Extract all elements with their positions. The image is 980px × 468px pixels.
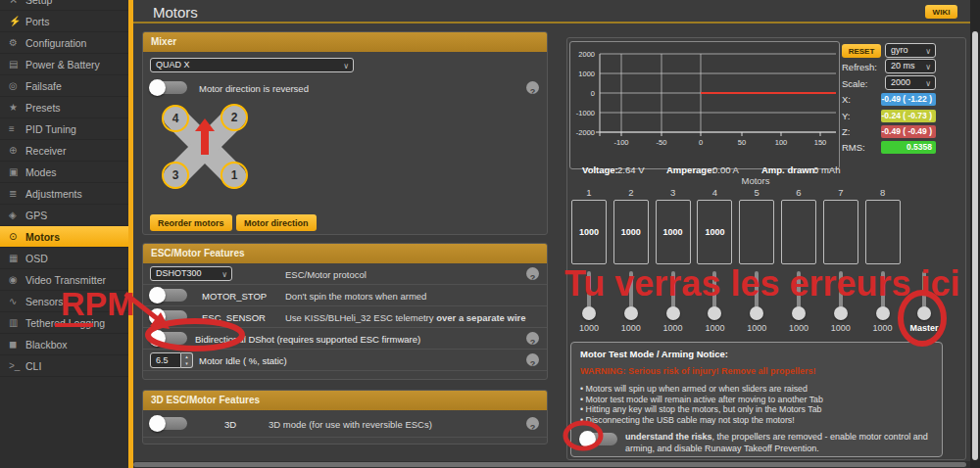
motor-number: 3 — [653, 187, 694, 198]
sidebar-item-pid-tuning[interactable]: ≡PID Tuning — [0, 118, 128, 140]
mixer-type-select[interactable]: QUAD X ∨ — [150, 58, 354, 72]
sidebar-item-setup[interactable]: ⚒Setup — [0, 0, 128, 11]
sensors-icon: ∿ — [9, 296, 25, 306]
risk-bold-text: understand the risks — [625, 432, 712, 442]
esc-panel-header: ESC/Motor Features — [143, 244, 547, 263]
help-icon[interactable] — [526, 267, 539, 280]
sidebar-item-failsafe[interactable]: ◎Failsafe — [0, 75, 128, 97]
sidebar-item-label: Configuration — [25, 37, 86, 49]
sidebar-item-label: GPS — [25, 210, 47, 221]
motor-slider-value: 1000 — [653, 323, 694, 333]
x-axis-badge: -0.49 ( -1.22 ) — [881, 93, 936, 106]
page-title: Motors — [153, 4, 198, 21]
sidebar-item-presets[interactable]: ★Presets — [0, 97, 128, 118]
amp-drawn-value: 0 mAh — [813, 164, 840, 175]
esc-sensor-toggle[interactable] — [150, 310, 187, 323]
motor-number: 5 — [736, 187, 777, 198]
reset-button[interactable]: RESET — [842, 44, 881, 58]
risk-acknowledge-row: understand the risks, the propellers are… — [580, 432, 933, 454]
refresh-select[interactable]: 20 ms∨ — [885, 59, 936, 73]
motor-direction-reversed-label: Motor direction is reversed — [199, 83, 309, 94]
esc-motor-features-panel: ESC/Motor Features DSHOT300 ∨ ESC/Motor … — [142, 243, 548, 380]
esc-sensor-name: ESC_SENSOR — [202, 312, 266, 323]
sidebar-item-label: Power & Battery — [25, 59, 100, 70]
sidebar-item-receiver[interactable]: ⊕Receiver — [0, 140, 128, 162]
graph-source-select[interactable]: gyro∨ — [885, 43, 936, 58]
motor-slider-knob[interactable] — [666, 306, 680, 320]
refresh-value: 20 ms — [891, 61, 915, 70]
motor-slider-knob[interactable] — [876, 306, 890, 320]
wiki-button[interactable]: WIKI — [925, 5, 957, 19]
stepper-arrows-icon[interactable]: ▴▾ — [181, 352, 193, 368]
motor-output-value: 1000 — [694, 200, 735, 264]
motor-position-2: 2 — [220, 104, 248, 131]
help-icon[interactable] — [526, 417, 539, 430]
modes-icon: ▣ — [9, 166, 25, 177]
bidirectional-dshot-toggle[interactable] — [150, 332, 187, 345]
scale-select[interactable]: 2000∨ — [885, 75, 936, 90]
sidebar-item-configuration[interactable]: ⚙Configuration — [0, 32, 128, 54]
bidirectional-dshot-label: Bidirectional DShot (requires supported … — [195, 334, 420, 345]
motor-slider-knob[interactable] — [834, 306, 848, 320]
motor-output-value: 1000 — [568, 200, 610, 264]
graph-source-value: gyro — [891, 45, 908, 55]
motor-slider-knob[interactable] — [792, 306, 806, 320]
vertical-scrollbar-thumb[interactable] — [972, 31, 978, 460]
help-icon[interactable] — [526, 332, 539, 345]
3d-mode-toggle[interactable] — [150, 417, 187, 430]
sidebar-item-video-transmitter[interactable]: ◉Video Transmitter — [0, 269, 128, 291]
motor-slider-knob[interactable] — [708, 306, 721, 320]
motor-idle-row: 6.5 ▴▾ Motor Idle ( %, static) — [143, 350, 547, 371]
horizontal-scrollbar-thumb[interactable] — [133, 462, 966, 467]
sidebar-item-sensors[interactable]: ∿Sensors — [0, 291, 128, 312]
master-slider-knob[interactable] — [917, 306, 931, 320]
sidebar-item-ports[interactable]: ⚡Ports — [0, 11, 128, 32]
sidebar-item-motors[interactable]: ⊙Motors — [0, 226, 128, 248]
sidebar-item-cli[interactable]: >_CLI — [0, 355, 128, 377]
help-icon[interactable] — [526, 81, 539, 94]
arming-notice-panel: Motor Test Mode / Arming Notice: WARNING… — [570, 342, 943, 457]
esc-protocol-select[interactable]: DSHOT300 ∨ — [150, 266, 232, 281]
sidebar-item-label: Setup — [25, 0, 52, 6]
sidebar-item-adjustments[interactable]: ≣Adjustments — [0, 183, 128, 205]
notice-bullet: • Motor test mode will remain active aft… — [580, 395, 933, 405]
sidebar-item-tethered-logging[interactable]: ▥Tethered Logging — [0, 312, 128, 334]
sidebar-item-gps[interactable]: ◈GPS — [0, 205, 128, 226]
motor-slider-knob[interactable] — [624, 306, 638, 320]
refresh-label: Refresh: — [842, 62, 877, 72]
svg-text:-50: -50 — [657, 138, 667, 147]
sidebar-item-power-battery[interactable]: ▤Power & Battery — [0, 54, 128, 75]
motor-slider-knob[interactable] — [750, 306, 763, 320]
vertical-scrollbar[interactable] — [970, 0, 980, 468]
chevron-down-icon: ∨ — [925, 45, 931, 58]
motor-direction-reversed-toggle[interactable] — [150, 81, 187, 94]
header-divider — [133, 22, 970, 23]
esc-sensor-desc: Use KISS/BLHeli_32 ESC telemetry over a … — [285, 312, 526, 323]
quad-mixer-diagram: 4 2 3 1 — [157, 109, 255, 199]
vtx-icon: ◉ — [9, 274, 25, 285]
rms-label: RMS: — [842, 142, 865, 153]
motor-stop-row: MOTOR_STOP Don't spin the motors when ar… — [143, 285, 547, 306]
esc-protocol-value: DSHOT300 — [156, 268, 202, 278]
reorder-motors-button[interactable]: Reorder motors — [150, 214, 232, 231]
help-icon[interactable] — [526, 353, 539, 366]
voltage-label: Voltage: — [582, 164, 618, 175]
sidebar-item-blackbox[interactable]: ◼Blackbox — [0, 334, 128, 355]
horizontal-scrollbar[interactable] — [133, 461, 970, 468]
esc-sensor-row: ESC_SENSOR Use KISS/BLHeli_32 ESC teleme… — [143, 306, 547, 328]
motor-slider-value: 1000 — [736, 323, 777, 333]
motor-slider-knob[interactable] — [582, 306, 596, 320]
amperage-value: 0.00 A — [712, 164, 739, 175]
motor-output-value: 1000 — [611, 200, 652, 264]
understand-risks-toggle[interactable] — [580, 433, 617, 445]
motor-stop-toggle[interactable] — [150, 289, 187, 302]
motor-slider-value: 1000 — [778, 323, 819, 333]
sidebar-item-modes[interactable]: ▣Modes — [0, 162, 128, 183]
motor-idle-label: Motor Idle ( %, static) — [199, 355, 287, 366]
sidebar-item-label: OSD — [25, 253, 48, 264]
motor-idle-input[interactable]: 6.5 — [150, 352, 181, 368]
sidebar-item-label: Motors — [25, 231, 60, 243]
svg-text:0: 0 — [591, 89, 595, 98]
motor-direction-button[interactable]: Motor direction — [236, 214, 317, 231]
sidebar-item-osd[interactable]: ▦OSD — [0, 248, 128, 269]
